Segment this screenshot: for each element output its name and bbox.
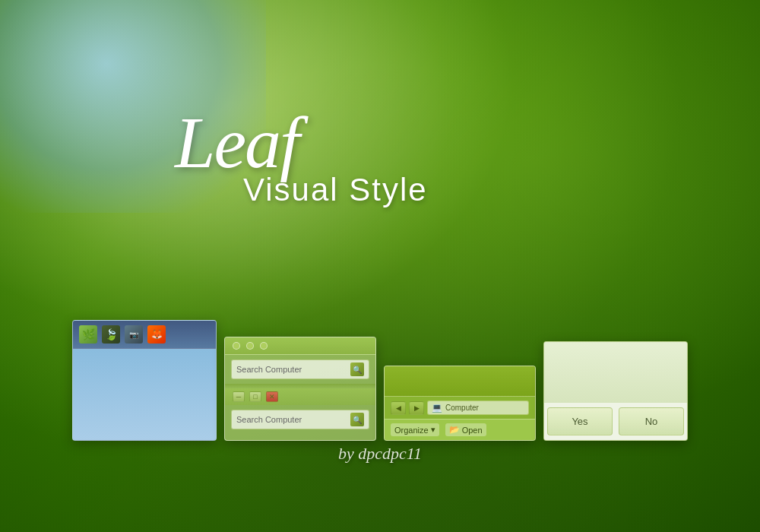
window-taskbar: 🌿 🍃 📷 🦊 [72, 320, 217, 441]
title-area: Leaf Visual Style [175, 106, 428, 208]
win3-titlebar [385, 366, 535, 397]
window-search: Search Computer 🔍 ─ □ ✕ Search Computer … [224, 337, 376, 441]
win-dot-1 [233, 342, 240, 350]
open-label: Open [462, 426, 483, 435]
organize-chevron-icon: ▾ [431, 425, 435, 435]
search-text-top: Search Computer [236, 365, 347, 374]
minimize-button[interactable]: ─ [233, 391, 245, 402]
search-bar-top[interactable]: Search Computer 🔍 [231, 359, 369, 379]
title-leaf: Leaf [175, 106, 428, 179]
forward-arrow-button[interactable]: ▶ [409, 401, 424, 415]
icon-dark-leaf[interactable]: 🍃 [102, 325, 120, 344]
organize-button[interactable]: Organize ▾ [391, 423, 439, 436]
no-button[interactable]: No [619, 407, 684, 435]
maximize-button[interactable]: □ [249, 391, 261, 402]
yes-button[interactable]: Yes [547, 407, 613, 435]
search-button-bottom[interactable]: 🔍 [350, 413, 364, 426]
window-explorer: ◀ ▶ 💻 Computer Organize ▾ 📂 Open [384, 366, 536, 441]
search-text-bottom: Search Computer [236, 415, 347, 424]
window-dialog: Yes No [543, 341, 688, 441]
icon-media[interactable]: 📷 [125, 325, 143, 344]
title-visual-style: Visual Style [243, 172, 428, 208]
credit-text: by dpcdpc11 [338, 444, 422, 464]
win3-toolbar: Organize ▾ 📂 Open [385, 419, 535, 440]
address-bar[interactable]: 💻 Computer [427, 401, 529, 415]
window1-body [73, 349, 216, 440]
dialog-buttons-row: Yes No [544, 403, 687, 440]
win2-titlebar-bottom: ─ □ ✕ [225, 388, 375, 405]
icon-leaf[interactable]: 🌿 [79, 325, 97, 344]
win2-body: Search Computer 🔍 [225, 410, 375, 440]
author-name: dpcdpc11 [358, 444, 422, 463]
icon-firefox[interactable]: 🦊 [147, 325, 166, 344]
address-text: Computer [445, 404, 479, 412]
by-label: by [338, 444, 358, 463]
search-bar-bottom[interactable]: Search Computer 🔍 [231, 410, 369, 429]
win-dot-3 [260, 342, 268, 350]
win3-nav: ◀ ▶ 💻 Computer [385, 397, 535, 419]
open-button[interactable]: 📂 Open [445, 423, 486, 436]
open-icon: 📂 [449, 425, 460, 435]
close-button[interactable]: ✕ [266, 391, 278, 402]
dialog-body [544, 342, 687, 403]
taskbar-icons-row: 🌿 🍃 📷 🦊 [73, 321, 216, 349]
win-dot-2 [246, 342, 254, 350]
win2-titlebar-top [225, 337, 375, 355]
back-arrow-button[interactable]: ◀ [391, 401, 406, 415]
organize-label: Organize [394, 426, 429, 435]
mockups-area: 🌿 🍃 📷 🦊 Search Computer 🔍 ─ [72, 320, 688, 441]
content-layer: Leaf Visual Style 🌿 🍃 📷 🦊 Search Comput [0, 0, 760, 532]
search-button-top[interactable]: 🔍 [350, 363, 364, 376]
computer-icon: 💻 [432, 403, 442, 413]
